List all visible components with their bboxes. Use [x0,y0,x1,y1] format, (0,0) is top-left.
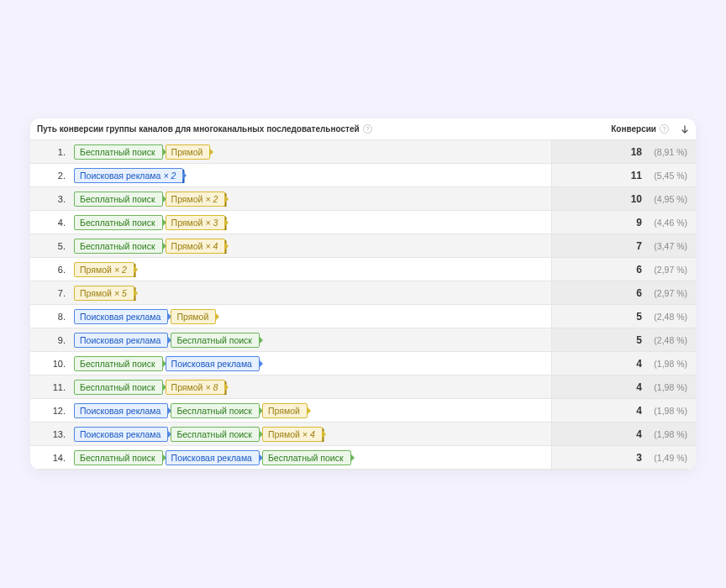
table-row[interactable]: 14.Бесплатный поискПоисковая рекламаБесп… [30,446,696,470]
conversions-percent: (8,91 %) [649,147,687,157]
table-row[interactable]: 13.Поисковая рекламаБесплатный поискПрям… [30,423,696,446]
row-number: 13. [30,429,74,439]
row-number: 14. [30,453,74,463]
conversions-cell: 4(1,98 %) [551,399,696,422]
conversions-cell: 9(4,46 %) [551,211,696,234]
path-column-header[interactable]: Путь конверсии группы каналов для многок… [37,124,611,134]
table-row[interactable]: 3.Бесплатный поискПрямой× 210(4,95 %) [30,187,696,211]
channel-chip-multiplier: × 2 [114,265,127,275]
table-header: Путь конверсии группы каналов для многок… [30,118,696,140]
conversions-percent: (2,97 %) [649,288,687,298]
conversions-cell: 5(2,48 %) [551,305,696,328]
conversion-path: Бесплатный поискПрямой× 3 [74,215,551,230]
channel-chip: Прямой [262,403,308,418]
channel-chip: Поисковая реклама× 2 [74,168,183,183]
row-number: 12. [30,406,74,416]
channel-chip: Бесплатный поиск [171,333,260,348]
channel-chip: Прямой× 5 [74,286,134,301]
conversions-value: 4 [625,381,642,393]
table-row[interactable]: 7.Прямой× 56(2,97 %) [30,281,696,305]
conversions-value: 4 [625,405,642,417]
sort-descending-icon[interactable] [681,125,689,134]
help-icon[interactable]: ? [363,124,372,134]
conversions-value: 3 [625,452,642,464]
channel-chip: Бесплатный поиск [171,403,260,418]
table-row[interactable]: 10.Бесплатный поискПоисковая реклама4(1,… [30,352,696,375]
channel-chip-multiplier: × 4 [205,241,218,251]
channel-chip-label: Бесплатный поиск [176,429,252,439]
channel-chip: Бесплатный поиск [74,215,163,230]
conversion-path: Прямой× 2 [74,262,551,277]
row-number: 6. [30,265,74,275]
channel-chip: Поисковая реклама [74,309,168,324]
conversions-value: 11 [625,170,642,181]
conversions-value: 5 [625,334,642,346]
row-number: 7. [30,288,74,298]
channel-chip-multiplier: × 2 [205,194,218,204]
channel-chip: Бесплатный поиск [74,239,163,254]
conversions-value: 18 [625,146,642,158]
conversions-value: 9 [625,217,642,228]
channel-chip: Поисковая реклама [74,333,168,348]
conversions-value: 6 [625,287,642,299]
conversions-percent: (1,98 %) [649,406,687,416]
conversions-cell: 4(1,98 %) [551,423,696,445]
channel-chip-label: Бесплатный поиск [80,382,155,392]
channel-chip: Бесплатный поиск [171,427,260,442]
channel-chip: Бесплатный поиск [74,192,163,207]
channel-chip-label: Прямой [268,429,300,439]
table-row[interactable]: 4.Бесплатный поискПрямой× 39(4,46 %) [30,211,696,234]
table-row[interactable]: 6.Прямой× 26(2,97 %) [30,258,696,281]
channel-chip-label: Поисковая реклама [80,406,160,416]
channel-chip: Бесплатный поиск [262,450,351,465]
conversion-path: Бесплатный поискПрямой× 2 [74,192,551,207]
row-number: 9. [30,335,74,345]
conversion-path: Бесплатный поискПрямой× 4 [74,239,551,254]
channel-chip-label: Бесплатный поиск [80,241,155,251]
table-row[interactable]: 9.Поисковая рекламаБесплатный поиск5(2,4… [30,328,696,352]
table-row[interactable]: 2.Поисковая реклама× 211(5,45 %) [30,164,696,187]
channel-chip-label: Поисковая реклама [80,335,160,345]
conversions-cell: 6(2,97 %) [551,258,696,281]
conversions-column-header[interactable]: Конверсии ? [611,124,689,134]
conversion-path: Поисковая рекламаБесплатный поискПрямой×… [74,427,551,442]
conversion-path: Бесплатный поискПоисковая реклама [74,356,551,371]
channel-chip: Прямой [171,309,216,324]
channel-chip: Бесплатный поиск [74,380,163,395]
conversions-cell: 7(3,47 %) [551,234,696,257]
table-row[interactable]: 1.Бесплатный поискПрямой18(8,91 %) [30,140,696,164]
channel-chip-multiplier: × 8 [205,382,218,392]
conversions-percent: (2,97 %) [649,265,687,275]
row-number: 5. [30,241,74,251]
channel-chip: Прямой× 3 [166,215,226,230]
channel-chip: Прямой× 8 [166,380,226,395]
conversions-percent: (2,48 %) [649,312,687,322]
table-row[interactable]: 12.Поисковая рекламаБесплатный поискПрям… [30,399,696,423]
row-number: 8. [30,312,74,322]
help-icon[interactable]: ? [660,124,669,134]
table-row[interactable]: 8.Поисковая рекламаПрямой5(2,48 %) [30,305,696,328]
channel-chip: Прямой× 4 [262,427,323,442]
conversions-percent: (1,98 %) [649,429,687,439]
conversions-cell: 10(4,95 %) [551,187,696,210]
conversion-path: Поисковая рекламаБесплатный поиск [74,333,551,348]
table-row[interactable]: 11.Бесплатный поискПрямой× 84(1,98 %) [30,375,696,399]
channel-chip-label: Поисковая реклама [171,359,252,369]
channel-chip-label: Бесплатный поиск [176,406,252,416]
conversions-percent: (1,98 %) [649,382,687,392]
channel-chip: Прямой× 2 [166,192,226,207]
channel-chip-label: Поисковая реклама [80,312,160,322]
table-row[interactable]: 5.Бесплатный поискПрямой× 47(3,47 %) [30,234,696,258]
conversions-value: 4 [625,358,642,370]
channel-chip-label: Прямой [171,218,203,228]
conversion-path: Бесплатный поискПрямой [74,144,551,160]
row-number: 3. [30,194,74,204]
conversions-percent: (4,46 %) [649,218,687,228]
channel-chip-label: Прямой [171,194,203,204]
channel-chip-multiplier: × 4 [302,429,315,439]
row-number: 10. [30,359,74,369]
channel-chip: Поисковая реклама [166,450,260,465]
channel-chip: Поисковая реклама [74,427,168,442]
channel-chip: Прямой× 2 [74,262,134,277]
channel-chip: Бесплатный поиск [74,144,163,160]
